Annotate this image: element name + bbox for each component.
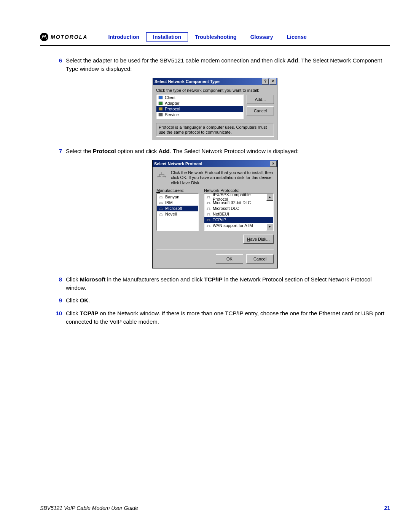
cancel-button[interactable]: Cancel: [246, 254, 274, 264]
svg-point-4: [158, 176, 159, 177]
page-footer: SBV5121 VoIP Cable Modem User Guide 21: [40, 505, 390, 511]
step-text: Select the adapter to be used for the SB…: [66, 56, 390, 73]
protocol-icon: [158, 200, 164, 205]
list-item[interactable]: NetBEUI: [204, 211, 273, 217]
protocol-icon: [158, 212, 164, 216]
help-icon[interactable]: ?: [262, 78, 269, 85]
nav-link-troubleshooting[interactable]: Troubleshooting: [188, 32, 244, 42]
have-disk-button[interactable]: Have Disk...: [243, 235, 274, 244]
dialog-message: Click the Network Protocol that you want…: [171, 170, 274, 186]
nav-link-introduction[interactable]: Introduction: [101, 32, 146, 42]
list-item[interactable]: Protocol: [156, 106, 243, 112]
nav-tabs: IntroductionInstallationTroubleshootingG…: [101, 32, 313, 42]
step-text: Select the Protocol option and click Add…: [66, 147, 390, 155]
protocol-icon: [158, 195, 164, 199]
network-protocol-icon: [156, 170, 167, 179]
list-item[interactable]: IPX/SPX-compatible Protocol: [204, 194, 273, 200]
step-text: Click TCP/IP on the Network window. If t…: [66, 309, 390, 326]
component-icon: [158, 95, 163, 100]
manufacturers-label: Manufacturers:: [156, 188, 199, 193]
close-icon[interactable]: ×: [270, 161, 277, 167]
protocols-label: Network Protocols:: [204, 188, 274, 193]
protocol-icon: [206, 223, 211, 228]
list-item[interactable]: Microsoft: [157, 206, 198, 211]
list-item[interactable]: Adapter: [156, 101, 243, 106]
list-item[interactable]: IBM: [157, 200, 198, 206]
dialog-title: Select Network Component Type: [155, 79, 220, 84]
list-item[interactable]: Microsoft DLC: [204, 206, 273, 211]
list-item[interactable]: Novell: [157, 211, 198, 217]
svg-rect-3: [159, 113, 162, 116]
protocol-icon: [206, 200, 211, 205]
component-description: Protocol is a 'language' a computer uses…: [156, 123, 274, 137]
page-number: 21: [384, 505, 390, 511]
dialog-prompt: Click the type of network component you …: [156, 88, 274, 93]
protocols-list[interactable]: IPX/SPX-compatible ProtocolMicrosoft 32-…: [204, 193, 274, 231]
dialog-title: Select Network Protocol: [154, 161, 202, 166]
nav-link-installation[interactable]: Installation: [146, 32, 188, 42]
component-icon: [158, 112, 163, 117]
logo-text: MOTOROLA: [51, 34, 88, 40]
scroll-down-icon[interactable]: ▼: [266, 224, 273, 230]
step-7: 7 Select the Protocol option and click A…: [40, 147, 390, 155]
list-item[interactable]: TCP/IP: [204, 217, 273, 223]
protocol-icon: [206, 217, 211, 222]
svg-point-5: [165, 176, 166, 177]
protocol-icon: [206, 195, 211, 199]
svg-rect-1: [159, 102, 162, 105]
svg-rect-2: [159, 107, 162, 110]
manufacturers-list[interactable]: BanyanIBMMicrosoftNovell: [156, 193, 199, 231]
step-number: 10: [40, 309, 66, 326]
step-text: Click Microsoft in the Manufacturers sec…: [66, 275, 390, 292]
add-button[interactable]: Add...: [247, 95, 274, 104]
component-type-list[interactable]: ClientAdapterProtocolService: [156, 94, 244, 119]
nav-link-glossary[interactable]: Glossary: [244, 32, 280, 42]
step-8: 8 Click Microsoft in the Manufacturers s…: [40, 275, 390, 292]
cancel-button[interactable]: Cancel: [247, 106, 274, 115]
close-icon[interactable]: ×: [269, 78, 276, 85]
protocol-icon: [158, 206, 164, 211]
nav-link-license[interactable]: License: [280, 32, 314, 42]
logo: MOTOROLA: [40, 33, 88, 41]
footer-guide-title: SBV5121 VoIP Cable Modem User Guide: [40, 505, 138, 511]
list-item[interactable]: Banyan: [157, 194, 198, 200]
protocol-icon: [206, 212, 211, 216]
select-component-dialog: Select Network Component Type ? × Click …: [153, 78, 277, 140]
doc-header: MOTOROLA IntroductionInstallationTrouble…: [40, 32, 390, 42]
component-icon: [158, 101, 163, 105]
step-text: Click OK.: [66, 296, 390, 305]
step-9: 9 Click OK.: [40, 296, 390, 305]
step-10: 10 Click TCP/IP on the Network window. I…: [40, 309, 390, 326]
list-item[interactable]: WAN support for ATM: [204, 223, 273, 228]
dialog-titlebar: Select Network Component Type ? ×: [153, 78, 277, 85]
svg-rect-0: [159, 96, 162, 99]
step-number: 9: [40, 296, 66, 305]
select-protocol-dialog: Select Network Protocol × Click the Netw…: [152, 160, 278, 268]
header-divider: [40, 45, 390, 46]
step-number: 6: [40, 56, 66, 73]
protocol-icon: [206, 206, 211, 211]
list-item[interactable]: Service: [156, 112, 243, 118]
step-6: 6 Select the adapter to be used for the …: [40, 56, 390, 73]
dialog-titlebar: Select Network Protocol ×: [153, 160, 277, 167]
list-item[interactable]: Client: [156, 95, 243, 101]
scroll-up-icon[interactable]: ▲: [266, 194, 273, 201]
step-number: 8: [40, 275, 66, 292]
motorola-logo-icon: [40, 33, 48, 41]
step-number: 7: [40, 147, 66, 155]
component-icon: [158, 107, 163, 111]
ok-button[interactable]: OK: [216, 254, 243, 264]
